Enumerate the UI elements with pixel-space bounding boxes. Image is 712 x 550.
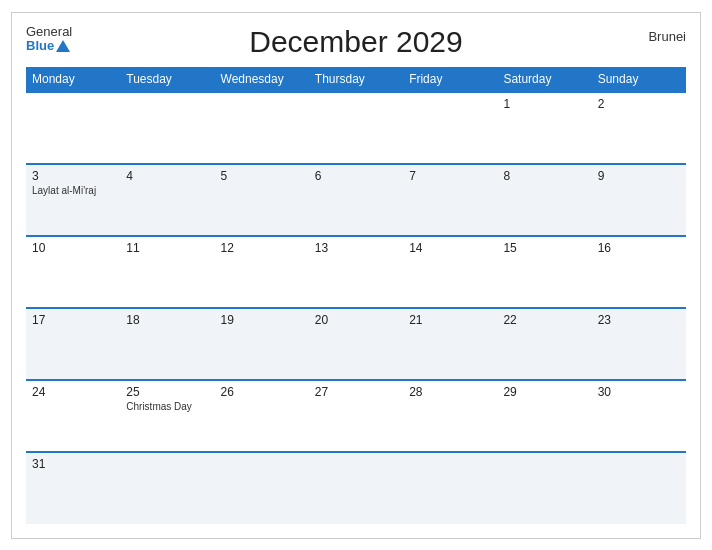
logo-general-text: General [26,25,72,39]
calendar-cell: 27 [309,380,403,452]
calendar-cell: 9 [592,164,686,236]
calendar-cell: 2 [592,92,686,164]
calendar-row: 2425Christmas Day2627282930 [26,380,686,452]
calendar-cell: 1 [497,92,591,164]
calendar-cell: 30 [592,380,686,452]
day-number: 22 [503,313,585,327]
calendar-cell: 4 [120,164,214,236]
calendar-cell: 3Laylat al-Mi'raj [26,164,120,236]
calendar-cell: 19 [215,308,309,380]
calendar-container: General Blue December 2029 Brunei Monday… [11,12,701,539]
day-number: 6 [315,169,397,183]
calendar-cell: 8 [497,164,591,236]
day-number: 29 [503,385,585,399]
logo-triangle-icon [56,40,70,52]
calendar-cell: 13 [309,236,403,308]
day-number: 13 [315,241,397,255]
col-monday: Monday [26,67,120,92]
day-number: 19 [221,313,303,327]
col-sunday: Sunday [592,67,686,92]
calendar-cell: 12 [215,236,309,308]
day-number: 30 [598,385,680,399]
calendar-cell: 31 [26,452,120,524]
calendar-cell [120,452,214,524]
calendar-cell: 23 [592,308,686,380]
calendar-cell [215,92,309,164]
calendar-cell [309,92,403,164]
day-number: 25 [126,385,208,399]
calendar-cell: 16 [592,236,686,308]
day-number: 7 [409,169,491,183]
day-number: 2 [598,97,680,111]
calendar-cell: 14 [403,236,497,308]
calendar-cell: 26 [215,380,309,452]
day-number: 12 [221,241,303,255]
day-number: 11 [126,241,208,255]
col-saturday: Saturday [497,67,591,92]
calendar-cell: 28 [403,380,497,452]
col-thursday: Thursday [309,67,403,92]
country-label: Brunei [648,29,686,44]
calendar-cell [215,452,309,524]
calendar-cell [497,452,591,524]
event-label: Christmas Day [126,401,208,412]
weekday-header-row: Monday Tuesday Wednesday Thursday Friday… [26,67,686,92]
day-number: 10 [32,241,114,255]
calendar-cell [403,452,497,524]
calendar-cell: 22 [497,308,591,380]
calendar-cell [403,92,497,164]
calendar-cell: 21 [403,308,497,380]
calendar-cell: 6 [309,164,403,236]
col-wednesday: Wednesday [215,67,309,92]
calendar-table: Monday Tuesday Wednesday Thursday Friday… [26,67,686,524]
day-number: 18 [126,313,208,327]
logo: General Blue [26,25,72,54]
calendar-cell [592,452,686,524]
day-number: 28 [409,385,491,399]
calendar-cell: 5 [215,164,309,236]
calendar-row: 31 [26,452,686,524]
day-number: 20 [315,313,397,327]
calendar-row: 17181920212223 [26,308,686,380]
day-number: 4 [126,169,208,183]
calendar-cell: 17 [26,308,120,380]
col-tuesday: Tuesday [120,67,214,92]
month-year-title: December 2029 [249,25,462,59]
day-number: 26 [221,385,303,399]
day-number: 17 [32,313,114,327]
calendar-cell: 7 [403,164,497,236]
day-number: 24 [32,385,114,399]
logo-blue-text: Blue [26,39,54,53]
calendar-cell: 15 [497,236,591,308]
day-number: 27 [315,385,397,399]
day-number: 21 [409,313,491,327]
day-number: 8 [503,169,585,183]
calendar-row: 12 [26,92,686,164]
event-label: Laylat al-Mi'raj [32,185,114,196]
calendar-row: 10111213141516 [26,236,686,308]
day-number: 16 [598,241,680,255]
day-number: 23 [598,313,680,327]
calendar-header: General Blue December 2029 Brunei [26,25,686,59]
calendar-cell: 25Christmas Day [120,380,214,452]
day-number: 3 [32,169,114,183]
day-number: 5 [221,169,303,183]
calendar-row: 3Laylat al-Mi'raj456789 [26,164,686,236]
calendar-cell: 20 [309,308,403,380]
calendar-cell [26,92,120,164]
day-number: 1 [503,97,585,111]
day-number: 15 [503,241,585,255]
calendar-cell [309,452,403,524]
calendar-cell: 10 [26,236,120,308]
calendar-cell: 11 [120,236,214,308]
day-number: 9 [598,169,680,183]
calendar-cell: 18 [120,308,214,380]
calendar-cell [120,92,214,164]
day-number: 14 [409,241,491,255]
calendar-cell: 29 [497,380,591,452]
day-number: 31 [32,457,114,471]
calendar-cell: 24 [26,380,120,452]
col-friday: Friday [403,67,497,92]
